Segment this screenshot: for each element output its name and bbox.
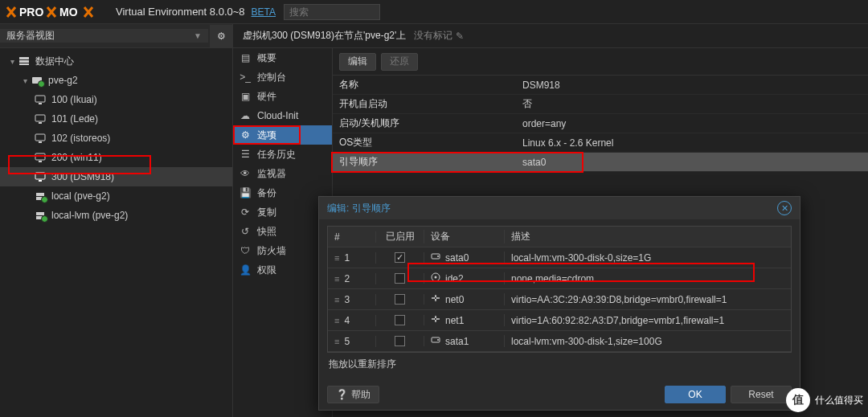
enabled-checkbox[interactable] (395, 336, 405, 346)
book-icon: ▤ (240, 52, 251, 63)
menu-label: 复制 (257, 206, 276, 219)
device-description: virtio=1A:60:92:82:A3:D7,bridge=vmbr1,fi… (505, 315, 791, 326)
opt-val: 否 (522, 97, 868, 111)
search-input[interactable] (284, 4, 380, 20)
tree-storage-local-lvm[interactable]: local-lvm (pve-g2) (0, 206, 232, 225)
enabled-checkbox[interactable] (395, 273, 405, 284)
gear-icon: ⚙ (240, 129, 251, 141)
boot-table-row[interactable]: ≡3net0virtio=AA:3C:29:A9:39:D8,bridge=vm… (328, 289, 791, 310)
tags-area[interactable]: 没有标记 ✎ (414, 29, 464, 43)
enabled-checkbox[interactable] (395, 294, 405, 305)
save-icon: 💾 (240, 187, 251, 198)
help-label: 帮助 (351, 388, 371, 402)
gear-button[interactable]: ⚙ (210, 25, 232, 47)
svg-text:PRO: PRO (19, 6, 43, 18)
opt-row-autostart[interactable]: 开机自启动否 (333, 95, 868, 114)
col-description: 描述 (505, 230, 791, 243)
opt-key: 引导顺序 (333, 155, 522, 169)
drag-handle-icon[interactable]: ≡ (334, 253, 339, 263)
menu-options[interactable]: ⚙选项 (233, 125, 332, 145)
menu-label: 概要 (257, 51, 276, 65)
terminal-icon: >_ (240, 72, 251, 83)
col-device: 设备 (424, 230, 505, 243)
svg-rect-4 (19, 63, 29, 65)
svg-rect-3 (19, 60, 29, 63)
tree-vm-102[interactable]: 102 (istoreos) (0, 129, 232, 148)
menu-monitor[interactable]: 👁监视器 (233, 164, 332, 183)
disk-icon (34, 190, 47, 202)
watermark: 值 什么值得买 (786, 388, 863, 412)
boot-table-row[interactable]: ≡1✓sata0local-lvm:vm-300-disk-0,size=1G (328, 247, 791, 268)
edit-button[interactable]: 编辑 (339, 53, 376, 71)
device-description: virtio=AA:3C:29:A9:39:D8,bridge=vmbr0,fi… (505, 294, 791, 305)
device-name: net0 (445, 294, 464, 305)
view-selector[interactable]: 服务器视图 ▼ (0, 29, 208, 43)
menu-console[interactable]: >_控制台 (233, 67, 332, 87)
tree-datacenter[interactable]: ▾ 数据中心 (0, 51, 232, 71)
tree-vm-100[interactable]: 100 (Ikuai) (0, 90, 232, 109)
menu-cloud-init[interactable]: ☁Cloud-Init (233, 106, 332, 125)
close-button[interactable]: ✕ (777, 201, 792, 215)
tree-vm-101[interactable]: 101 (Lede) (0, 109, 232, 129)
monitor-icon (34, 112, 47, 125)
svg-rect-7 (39, 103, 42, 104)
opt-row-bootorder[interactable]: 引导顺序sata0 (333, 153, 868, 172)
opt-row-name[interactable]: 名称DSM918 (333, 76, 868, 95)
drag-handle-icon[interactable]: ≡ (334, 337, 339, 346)
boot-table-row[interactable]: ≡2ide2none,media=cdrom (328, 268, 791, 289)
drag-handle-icon[interactable]: ≡ (334, 316, 339, 325)
opt-row-startorder[interactable]: 启动/关机顺序order=any (333, 114, 868, 133)
cloud-icon: ☁ (240, 110, 251, 121)
svg-rect-5 (32, 77, 42, 84)
beta-link[interactable]: BETA (252, 6, 276, 18)
svg-rect-15 (39, 180, 42, 182)
svg-rect-18 (36, 212, 44, 215)
svg-rect-13 (39, 161, 42, 162)
menu-replication[interactable]: ⟳复制 (233, 202, 332, 222)
menu-snapshot[interactable]: ↺快照 (233, 222, 332, 241)
disk-icon (34, 209, 47, 222)
gear-icon: ⚙ (217, 31, 226, 42)
tree: ▾ 数据中心 ▾ pve-g2 100 (Ikuai) 101 (Lede) 1… (0, 48, 232, 225)
tree-vm-200[interactable]: 200 (win11) (0, 148, 232, 167)
menu-label: 任务历史 (257, 148, 296, 161)
tree-label: local-lvm (pve-g2) (51, 210, 128, 221)
device-icon (431, 335, 440, 347)
menu-hardware[interactable]: ▣硬件 (233, 87, 332, 106)
menu-firewall[interactable]: 🛡防火墙 (233, 241, 332, 260)
boot-table-row[interactable]: ≡5sata1local-lvm:vm-300-disk-1,size=100G (328, 331, 791, 352)
pencil-icon: ✎ (456, 31, 464, 42)
boot-order-dialog: 编辑: 引导顺序 ✕ # 已启用 设备 描述 ≡1✓sata0local-lvm… (318, 196, 800, 411)
opt-key: 启动/关机顺序 (333, 117, 522, 130)
device-name: net1 (445, 315, 464, 326)
help-button[interactable]: ❔帮助 (327, 386, 379, 403)
ok-button[interactable]: OK (665, 386, 726, 403)
menu-permissions[interactable]: 👤权限 (233, 260, 332, 280)
svg-point-23 (435, 276, 437, 279)
drag-handle-icon[interactable]: ≡ (334, 274, 339, 284)
tree-storage-local[interactable]: local (pve-g2) (0, 186, 232, 206)
menu-summary[interactable]: ▤概要 (233, 48, 332, 67)
tree-node-pve-g2[interactable]: ▾ pve-g2 (0, 71, 232, 90)
menu-label: 快照 (257, 225, 276, 239)
device-icon (431, 314, 440, 326)
drag-handle-icon[interactable]: ≡ (334, 295, 339, 305)
menu-label: 权限 (257, 264, 276, 277)
breadcrumb: 虚拟机300 (DSM918)在节点'pve-g2'上 没有标记 ✎ (233, 24, 868, 48)
enabled-checkbox[interactable]: ✓ (395, 252, 405, 263)
menu-label: 防火墙 (257, 244, 286, 258)
menu-label: 备份 (257, 186, 276, 200)
row-index: 2 (344, 273, 350, 284)
tree-vm-300[interactable]: 300 (DSM918) (0, 167, 232, 186)
opt-key: 开机自启动 (333, 97, 522, 111)
menu-backup[interactable]: 💾备份 (233, 183, 332, 202)
boot-table-row[interactable]: ≡4net1virtio=1A:60:92:82:A3:D7,bridge=vm… (328, 310, 791, 331)
menu-label: 选项 (257, 129, 276, 142)
enabled-checkbox[interactable] (395, 315, 405, 325)
reset-button[interactable]: Reset (731, 386, 792, 403)
top-bar: PRO MO Virtual Environment 8.0.0~8 BETA (0, 0, 868, 24)
menu-task-history[interactable]: ☰任务历史 (233, 145, 332, 164)
menu-label: 监视器 (257, 167, 286, 181)
row-index: 1 (344, 252, 350, 264)
opt-row-ostype[interactable]: OS类型Linux 6.x - 2.6 Kernel (333, 133, 868, 153)
